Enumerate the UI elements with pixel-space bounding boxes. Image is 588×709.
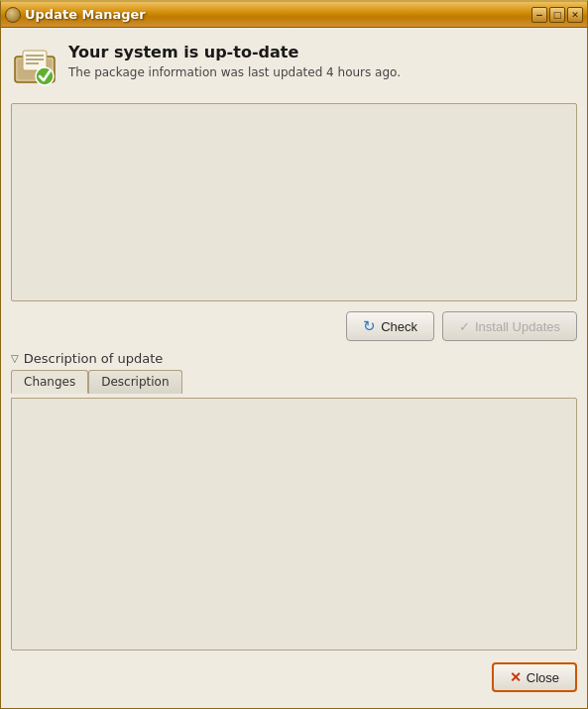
tabs-row: Changes Description (11, 370, 577, 394)
checkmark-icon: ✓ (459, 319, 470, 334)
close-window-button[interactable]: ✕ (567, 7, 583, 23)
description-header-label: Description of update (24, 351, 164, 366)
close-button[interactable]: ✕ Close (492, 662, 577, 692)
check-button-label: Check (381, 319, 417, 334)
tab-changes[interactable]: Changes (11, 370, 88, 394)
check-button[interactable]: ↻ Check (346, 311, 434, 341)
content-area: Your system is up-to-date The package in… (1, 28, 587, 708)
window-title: Update Manager (25, 7, 146, 22)
updates-list-panel (11, 103, 577, 301)
close-button-label: Close (527, 670, 559, 685)
description-header[interactable]: ▽ Description of update (11, 351, 577, 366)
maximize-button[interactable]: □ (549, 7, 565, 23)
minimize-button[interactable]: − (531, 7, 547, 23)
main-window: Update Manager − □ ✕ (0, 0, 588, 709)
header-section: Your system is up-to-date The package in… (11, 38, 577, 95)
svg-point-6 (36, 67, 54, 85)
status-icon (11, 43, 59, 90)
refresh-icon: ↻ (363, 317, 376, 335)
status-svg (11, 43, 59, 90)
titlebar-left: Update Manager (5, 7, 146, 23)
tab-description[interactable]: Description (88, 370, 181, 394)
titlebar-buttons: − □ ✕ (531, 7, 583, 23)
footer-row: ✕ Close (11, 658, 577, 698)
description-content-panel (11, 398, 577, 650)
tab-changes-label: Changes (24, 375, 75, 389)
status-title: Your system is up-to-date (68, 43, 401, 61)
app-icon (5, 7, 21, 23)
chevron-down-icon: ▽ (11, 353, 19, 364)
header-text: Your system is up-to-date The package in… (68, 43, 401, 79)
status-subtitle: The package information was last updated… (68, 65, 401, 79)
close-x-icon: ✕ (510, 669, 522, 685)
action-buttons-row: ↻ Check ✓ Install Updates (11, 309, 577, 343)
install-button-label: Install Updates (475, 319, 560, 334)
install-updates-button[interactable]: ✓ Install Updates (442, 311, 577, 341)
description-section: ▽ Description of update Changes Descript… (11, 351, 577, 650)
titlebar: Update Manager − □ ✕ (1, 2, 587, 28)
tab-description-label: Description (101, 375, 169, 389)
